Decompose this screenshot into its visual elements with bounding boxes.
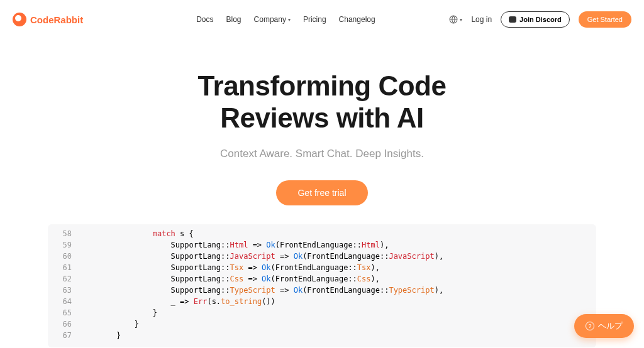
- line-number: 64: [54, 296, 72, 307]
- code-content: SupportLang::Html => Ok(FrontEndLanguage…: [98, 239, 389, 251]
- nav-pricing[interactable]: Pricing: [303, 15, 326, 24]
- code-line: 63 SupportLang::TypeScript => Ok(FrontEn…: [54, 285, 590, 296]
- code-line: 67 }: [54, 330, 590, 341]
- code-content: }: [98, 307, 157, 318]
- line-number: 61: [54, 262, 72, 273]
- help-button[interactable]: ? ヘルプ: [574, 314, 634, 338]
- code-line: 64 _ => Err(s.to_string()): [54, 296, 590, 307]
- logo[interactable]: CodeRabbit: [13, 13, 83, 26]
- logo-icon: [13, 13, 26, 26]
- nav-docs[interactable]: Docs: [196, 15, 213, 24]
- line-number: 67: [54, 330, 72, 341]
- code-content: match s {: [98, 228, 194, 239]
- discord-icon: [509, 16, 516, 23]
- code-content: SupportLang::JavaScript => Ok(FrontEndLa…: [98, 251, 443, 262]
- login-link[interactable]: Log in: [471, 15, 492, 24]
- header-actions: ▾ Log in Join Discord Get Started: [449, 11, 631, 28]
- code-line: 61 SupportLang::Tsx => Ok(FrontEndLangua…: [54, 262, 590, 273]
- nav-blog[interactable]: Blog: [226, 15, 242, 24]
- line-number: 66: [54, 318, 72, 330]
- code-content: SupportLang::Tsx => Ok(FrontEndLanguage:…: [98, 262, 380, 273]
- code-line: 62 SupportLang::Css => Ok(FrontEndLangua…: [54, 273, 590, 285]
- help-icon: ?: [586, 322, 594, 330]
- header: CodeRabbit Docs Blog Company▾ Pricing Ch…: [0, 0, 644, 39]
- line-number: 59: [54, 239, 72, 251]
- code-line: 65 }: [54, 307, 590, 318]
- nav-changelog[interactable]: Changelog: [339, 15, 375, 24]
- chevron-down-icon: ▾: [288, 17, 291, 23]
- get-free-trial-button[interactable]: Get free trial: [276, 180, 367, 205]
- code-panel: 58 match s {59 SupportLang::Html => Ok(F…: [48, 224, 596, 347]
- join-discord-button[interactable]: Join Discord: [501, 11, 570, 28]
- get-started-button[interactable]: Get Started: [579, 11, 631, 28]
- code-content: }: [98, 318, 139, 330]
- hero-subtitle: Context Aware. Smart Chat. Deep Insights…: [0, 148, 644, 160]
- code-content: }: [98, 330, 121, 341]
- line-number: 62: [54, 273, 72, 285]
- code-content: SupportLang::Css => Ok(FrontEndLanguage:…: [98, 273, 380, 285]
- code-line: 58 match s {: [54, 228, 590, 239]
- language-selector[interactable]: ▾: [449, 15, 462, 24]
- chevron-down-icon: ▾: [460, 17, 462, 23]
- main-nav: Docs Blog Company▾ Pricing Changelog: [196, 15, 375, 24]
- line-number: 63: [54, 285, 72, 296]
- line-number: 60: [54, 251, 72, 262]
- globe-icon: [449, 15, 458, 24]
- logo-text: CodeRabbit: [30, 14, 83, 25]
- line-number: 58: [54, 228, 72, 239]
- code-content: _ => Err(s.to_string()): [98, 296, 275, 307]
- hero-section: Transforming Code Reviews with AI Contex…: [0, 70, 644, 205]
- line-number: 65: [54, 307, 72, 318]
- code-line: 66 }: [54, 318, 590, 330]
- hero-title: Transforming Code Reviews with AI: [0, 70, 644, 134]
- nav-company[interactable]: Company▾: [254, 15, 291, 24]
- code-content: SupportLang::TypeScript => Ok(FrontEndLa…: [98, 285, 443, 296]
- code-line: 60 SupportLang::JavaScript => Ok(FrontEn…: [54, 251, 590, 262]
- code-line: 59 SupportLang::Html => Ok(FrontEndLangu…: [54, 239, 590, 251]
